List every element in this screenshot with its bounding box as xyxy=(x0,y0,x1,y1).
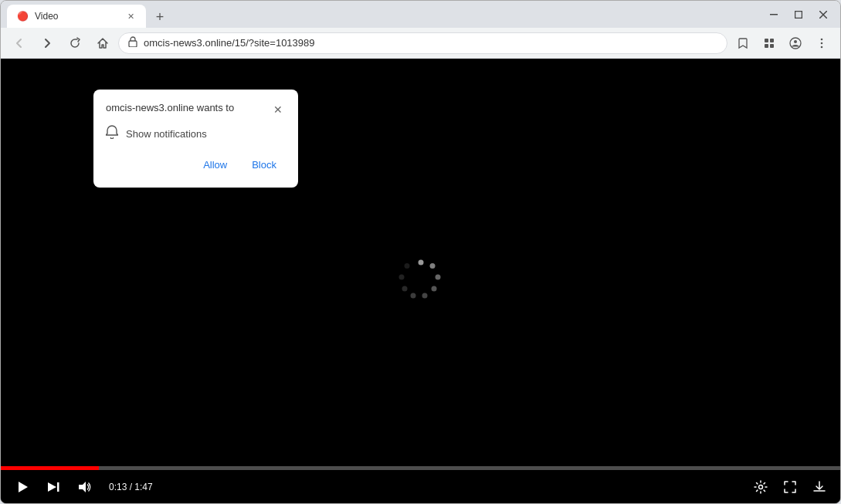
title-bar: 🔴 Video ✕ + xyxy=(1,1,840,28)
address-bar[interactable]: omcis-news3.online/15/?site=1013989 xyxy=(118,32,727,54)
svg-point-10 xyxy=(821,38,823,40)
permission-text: Show notifications xyxy=(126,128,207,140)
bookmark-button[interactable] xyxy=(731,31,755,56)
new-tab-button[interactable]: + xyxy=(149,6,171,28)
popup-actions: Allow Block xyxy=(106,154,286,175)
fullscreen-button[interactable] xyxy=(778,475,802,499)
svg-point-17 xyxy=(422,293,427,299)
svg-rect-0 xyxy=(770,14,778,15)
svg-rect-6 xyxy=(770,39,774,42)
maximize-button[interactable] xyxy=(788,4,809,25)
content-area: omcis-news3.online wants to ✕ Show notif… xyxy=(1,59,840,503)
spinner-svg xyxy=(398,256,444,303)
popup-close-button[interactable]: ✕ xyxy=(270,102,286,117)
popup-permission: Show notifications xyxy=(106,125,286,142)
volume-button[interactable] xyxy=(72,475,97,499)
svg-point-20 xyxy=(398,275,404,280)
svg-point-21 xyxy=(404,263,409,269)
notification-popup: omcis-news3.online wants to ✕ Show notif… xyxy=(93,90,298,188)
svg-rect-8 xyxy=(770,44,774,48)
svg-marker-22 xyxy=(19,482,28,492)
minimize-button[interactable] xyxy=(763,4,785,25)
profile-alert-icon[interactable] xyxy=(783,31,808,56)
nav-bar: omcis-news3.online/15/?site=1013989 xyxy=(1,28,840,59)
svg-point-13 xyxy=(418,260,423,266)
time-display: 0:13 / 1:47 xyxy=(109,482,153,492)
svg-point-14 xyxy=(429,263,435,269)
favicon-icon: 🔴 xyxy=(17,11,29,22)
tab-strip: 🔴 Video ✕ + xyxy=(7,1,757,28)
progress-bar-fill xyxy=(1,466,99,470)
active-tab[interactable]: 🔴 Video ✕ xyxy=(7,5,146,28)
tab-favicon: 🔴 xyxy=(16,10,29,22)
popup-header: omcis-news3.online wants to ✕ xyxy=(106,102,286,117)
close-button[interactable] xyxy=(812,4,834,25)
window-controls xyxy=(763,4,834,25)
svg-point-26 xyxy=(759,485,763,489)
address-text: omcis-news3.online/15/?site=1013989 xyxy=(144,37,717,49)
svg-point-18 xyxy=(410,293,415,299)
svg-point-16 xyxy=(431,286,436,292)
loading-spinner xyxy=(398,256,444,306)
block-button[interactable]: Block xyxy=(242,154,286,175)
controls-row: 0:13 / 1:47 xyxy=(1,470,840,503)
svg-marker-25 xyxy=(79,482,86,492)
tab-title: Video xyxy=(35,11,118,22)
svg-rect-1 xyxy=(795,11,802,18)
svg-point-12 xyxy=(821,46,823,48)
video-controls: 0:13 / 1:47 xyxy=(1,466,840,503)
svg-rect-4 xyxy=(129,41,137,47)
reload-button[interactable] xyxy=(63,31,87,56)
allow-button[interactable]: Allow xyxy=(194,154,236,175)
popup-title: omcis-news3.online wants to xyxy=(106,102,234,113)
svg-marker-23 xyxy=(48,482,56,492)
back-button[interactable] xyxy=(7,31,32,56)
play-button[interactable] xyxy=(10,475,35,499)
extensions-button[interactable] xyxy=(757,31,782,56)
tab-close-button[interactable]: ✕ xyxy=(124,10,137,22)
progress-bar[interactable] xyxy=(1,466,840,470)
forward-button[interactable] xyxy=(35,31,59,56)
browser-window: 🔴 Video ✕ + xyxy=(0,0,841,504)
svg-point-19 xyxy=(402,286,407,292)
svg-rect-24 xyxy=(57,482,59,492)
svg-point-15 xyxy=(435,275,440,280)
bell-icon xyxy=(106,125,118,142)
download-button[interactable] xyxy=(808,475,831,499)
home-button[interactable] xyxy=(90,31,115,56)
svg-point-11 xyxy=(821,42,823,44)
svg-rect-7 xyxy=(765,44,768,48)
nav-actions xyxy=(731,31,834,56)
menu-button[interactable] xyxy=(809,31,834,56)
next-button[interactable] xyxy=(41,475,66,499)
svg-rect-5 xyxy=(765,39,768,42)
settings-button[interactable] xyxy=(749,475,772,499)
lock-icon xyxy=(128,36,137,49)
